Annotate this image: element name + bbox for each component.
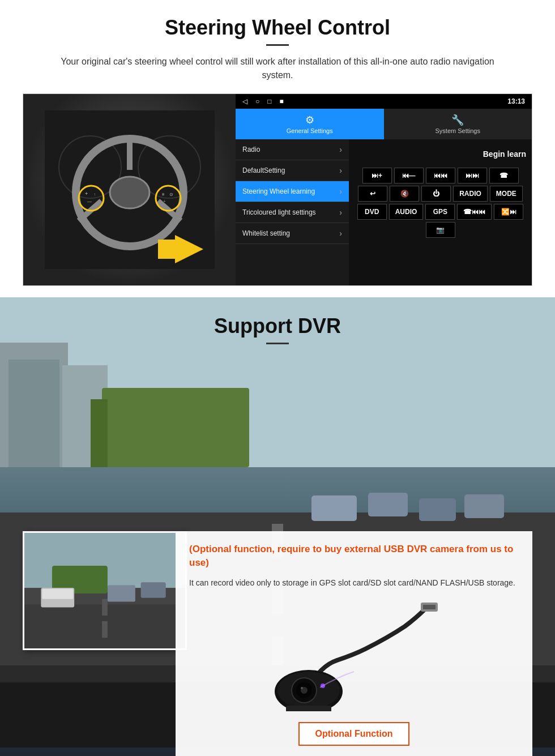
status-bar-nav: ◁ ○ □ ■ bbox=[242, 97, 284, 105]
system-settings-icon: 🔧 bbox=[451, 114, 464, 126]
dvr-content: Support DVR bbox=[0, 297, 555, 756]
ctrl-btn-radio[interactable]: RADIO bbox=[453, 186, 488, 202]
nav-menu-icon[interactable]: ■ bbox=[280, 97, 284, 105]
general-settings-icon: ⚙ bbox=[305, 114, 314, 126]
steering-photo-bg: + — ↑ ≡ ⊙ + bbox=[23, 94, 236, 285]
menu-item-radio-arrow: › bbox=[339, 145, 342, 154]
svg-text:—: — bbox=[87, 199, 92, 204]
begin-learn-button[interactable]: Begin learn bbox=[483, 150, 526, 159]
ctrl-btn-gps[interactable]: GPS bbox=[425, 204, 455, 220]
menu-item-radio-label: Radio bbox=[242, 146, 260, 153]
ctrl-btn-hangup[interactable]: ↩ bbox=[358, 186, 387, 202]
svg-text:⊙: ⊙ bbox=[169, 192, 173, 197]
svg-rect-45 bbox=[42, 589, 73, 599]
dvr-info-box: (Optional function, require to buy exter… bbox=[176, 531, 532, 756]
dvr-bottom: (Optional function, require to buy exter… bbox=[23, 531, 532, 756]
menu-item-whitelist-label: Whitelist setting bbox=[242, 229, 290, 237]
svg-point-7 bbox=[110, 177, 150, 208]
tab-system-label: System Settings bbox=[436, 127, 480, 134]
menu-item-tricolour-arrow: › bbox=[339, 208, 342, 217]
tab-general-label: General Settings bbox=[287, 127, 333, 134]
status-bar-time: 13:13 bbox=[507, 97, 525, 105]
tab-general[interactable]: ⚙ General Settings bbox=[236, 109, 384, 139]
ctrl-btn-dvd[interactable]: DVD bbox=[357, 204, 387, 220]
svg-rect-42 bbox=[141, 582, 166, 597]
ctrl-row-3: DVD AUDIO GPS ☎⏮⏮ 🔀⏭ bbox=[352, 204, 528, 220]
svg-rect-39 bbox=[102, 599, 108, 616]
menu-item-default-label: DefaultSetting bbox=[242, 166, 285, 174]
dvr-info-title: (Optional function, require to buy exter… bbox=[189, 543, 519, 570]
ctrl-btn-vol-down[interactable]: ⏮— bbox=[394, 168, 424, 183]
ctrl-btn-shuffle-next[interactable]: 🔀⏭ bbox=[494, 204, 523, 220]
optional-function-button[interactable]: Optional Function bbox=[298, 722, 410, 746]
ctrl-btn-next[interactable]: ⏭⏭ bbox=[458, 168, 487, 183]
optional-function-container: Optional Function bbox=[189, 722, 519, 746]
steering-demo: + — ↑ ≡ ⊙ + ◁ ○ □ bbox=[23, 93, 532, 286]
ctrl-row-4: 📷 bbox=[352, 222, 528, 238]
svg-point-53 bbox=[301, 687, 303, 689]
nav-home-icon[interactable]: ○ bbox=[255, 97, 259, 105]
menu-item-steering[interactable]: Steering Wheel learning › bbox=[236, 181, 349, 202]
menu-item-tricolour-label: Tricoloured light settings bbox=[242, 208, 316, 216]
dvr-camera-svg bbox=[263, 598, 445, 711]
steering-wheel-svg: + — ↑ ≡ ⊙ + bbox=[45, 110, 215, 269]
svg-rect-55 bbox=[286, 706, 331, 711]
ctrl-btn-audio[interactable]: AUDIO bbox=[389, 204, 424, 220]
nav-recent-icon[interactable]: □ bbox=[267, 97, 271, 105]
dvr-title: Support DVR bbox=[23, 314, 532, 338]
svg-text:+: + bbox=[163, 199, 166, 204]
svg-rect-41 bbox=[108, 585, 135, 601]
nav-back-icon[interactable]: ◁ bbox=[242, 97, 247, 105]
dvr-screenshot-thumbnail bbox=[23, 531, 187, 650]
ctrl-btn-mute[interactable]: 🔇 bbox=[390, 186, 419, 202]
menu-item-steering-label: Steering Wheel learning bbox=[242, 187, 315, 195]
svg-rect-47 bbox=[423, 605, 436, 609]
steering-title: Steering Wheel Control bbox=[23, 16, 532, 40]
ctrl-row-1: ⏭+ ⏮— ⏮⏮ ⏭⏭ ☎ bbox=[352, 168, 528, 183]
steering-section: Steering Wheel Control Your original car… bbox=[0, 0, 555, 297]
menu-item-steering-arrow: › bbox=[339, 187, 342, 196]
ctrl-btn-vol-up[interactable]: ⏭+ bbox=[362, 168, 392, 183]
title-divider bbox=[266, 44, 289, 46]
controls-area: Begin learn ⏭+ ⏮— ⏮⏮ ⏭⏭ ☎ ↩ 🔇 ⏻ bbox=[349, 139, 532, 285]
steering-description: Your original car's steering wheel contr… bbox=[45, 55, 510, 82]
svg-rect-17 bbox=[158, 240, 178, 259]
ctrl-btn-phone[interactable]: ☎ bbox=[489, 168, 519, 183]
svg-text:↑: ↑ bbox=[93, 192, 96, 197]
menu-item-whitelist-arrow: › bbox=[339, 229, 342, 238]
ctrl-btn-mode[interactable]: MODE bbox=[490, 186, 523, 202]
menu-controls: Radio › DefaultSetting › Steering Wheel … bbox=[236, 139, 532, 285]
begin-learn-row: Begin learn bbox=[352, 143, 528, 165]
dvr-camera-illustration bbox=[189, 598, 519, 714]
menu-item-tricolour[interactable]: Tricoloured light settings › bbox=[236, 202, 349, 223]
svg-text:+: + bbox=[85, 191, 88, 197]
svg-text:≡: ≡ bbox=[162, 192, 165, 197]
ctrl-btn-prev[interactable]: ⏮⏮ bbox=[426, 168, 455, 183]
ctrl-row-2: ↩ 🔇 ⏻ RADIO MODE bbox=[352, 186, 528, 202]
settings-tabs: ⚙ General Settings 🔧 System Settings bbox=[236, 109, 532, 139]
dvr-info-text: It can record video only to storage in G… bbox=[189, 576, 519, 589]
ctrl-btn-extra[interactable]: 📷 bbox=[426, 222, 455, 238]
menu-item-default[interactable]: DefaultSetting › bbox=[236, 160, 349, 181]
menu-list: Radio › DefaultSetting › Steering Wheel … bbox=[236, 139, 349, 285]
ctrl-btn-phone-prev[interactable]: ☎⏮⏮ bbox=[457, 204, 492, 220]
ctrl-btn-power[interactable]: ⏻ bbox=[421, 186, 451, 202]
tab-system[interactable]: 🔧 System Settings bbox=[384, 109, 532, 139]
dvr-section: Support DVR bbox=[0, 297, 555, 756]
steering-photo: + — ↑ ≡ ⊙ + bbox=[23, 94, 236, 285]
svg-rect-40 bbox=[102, 621, 108, 638]
dvr-divider bbox=[266, 343, 289, 344]
menu-item-whitelist[interactable]: Whitelist setting › bbox=[236, 223, 349, 244]
status-bar: ◁ ○ □ ■ 13:13 bbox=[236, 94, 532, 109]
menu-item-default-arrow: › bbox=[339, 166, 342, 175]
dvr-screenshot-inner bbox=[24, 533, 185, 648]
menu-item-radio[interactable]: Radio › bbox=[236, 139, 349, 160]
android-panel: ◁ ○ □ ■ 13:13 ⚙ General Settings 🔧 Syste… bbox=[236, 94, 532, 285]
dvr-screenshot-svg bbox=[24, 531, 185, 650]
